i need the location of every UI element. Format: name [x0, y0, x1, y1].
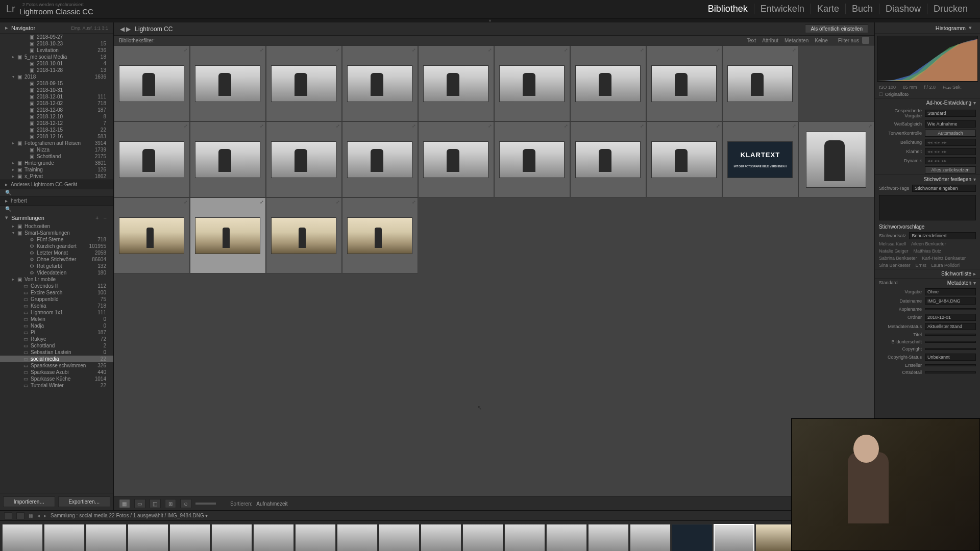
grid-cell[interactable]: ⤢: [266, 197, 342, 273]
folder-row[interactable]: ▸▣Training126: [0, 166, 113, 173]
filmstrip-thumb[interactable]: [2, 524, 43, 552]
collection-row[interactable]: ▭Tutorial Winter22: [0, 382, 113, 389]
copyright-field[interactable]: [925, 348, 976, 350]
navigator-header[interactable]: ▸ Navigator Einp. Ausf. 1:1 3:1: [0, 22, 113, 34]
folder-row[interactable]: ▣Schottland2175: [0, 153, 113, 160]
folder-row[interactable]: ▣Levitation236: [0, 47, 113, 54]
thumbnail[interactable]: [423, 65, 488, 102]
keyword-set-dropdown[interactable]: Benutzerdefiniert: [909, 232, 976, 239]
collection-row[interactable]: ▭Covendos II112: [0, 283, 113, 289]
keyword-suggestion[interactable]: Matthias Butz: [913, 248, 941, 254]
filmstrip-thumb[interactable]: [755, 524, 796, 552]
grid-view-icon[interactable]: ▦: [119, 499, 130, 508]
filmstrip-thumb[interactable]: [295, 524, 336, 552]
filter-preset[interactable]: Filter aus: [838, 38, 859, 43]
thumbnail[interactable]: [727, 65, 793, 102]
grid-cell[interactable]: ⤢: [114, 121, 190, 197]
thumbnail[interactable]: [271, 141, 336, 178]
grid-cell[interactable]: ⤢: [266, 45, 342, 121]
thumbnail[interactable]: [347, 65, 412, 102]
grid-cell[interactable]: ⤢: [266, 121, 342, 197]
grid-cell[interactable]: KLARTEXTMIT DER FOTOGRAFIE GELD VERDIENE…: [722, 121, 798, 197]
folder-row[interactable]: ▣2018-11-2813: [0, 67, 113, 73]
quick-develop-header[interactable]: Ad-hoc-Entwicklung▾: [875, 98, 980, 107]
module-diashow[interactable]: Diashow: [879, 4, 927, 14]
keyword-suggestion[interactable]: Natalie Geiger: [879, 248, 909, 254]
filmstrip-thumb[interactable]: [504, 524, 545, 552]
filter-tab[interactable]: Metadaten: [785, 38, 808, 43]
vibrance-steppers[interactable]: ◂◂ ◂ ▸ ▸▸: [925, 157, 976, 164]
meta-title-field[interactable]: [925, 334, 976, 336]
collection-row[interactable]: ⚙Rot gefärbt132: [0, 263, 113, 269]
grid-cell[interactable]: ⤢: [798, 121, 874, 197]
loupe-view-icon[interactable]: ▭: [134, 499, 145, 508]
folder-row[interactable]: ▣2018-12-127: [0, 120, 113, 127]
collections-add-icon[interactable]: + −: [95, 215, 108, 221]
collection-row[interactable]: ▭Gruppenbild75: [0, 296, 113, 303]
wb-dropdown[interactable]: Wie Aufnahme: [925, 120, 976, 128]
filmstrip-thumb[interactable]: [379, 524, 420, 552]
filter-tab[interactable]: Keine: [815, 38, 828, 43]
keyword-suggestion[interactable]: Sina Benkaeter: [879, 263, 911, 268]
clarity-steppers[interactable]: ◂◂ ◂ ▸ ▸▸: [925, 148, 976, 155]
collection-row[interactable]: ▭Sebastian Lastein0: [0, 349, 113, 356]
thumbnail[interactable]: KLARTEXTMIT DER FOTOGRAFIE GELD VERDIENE…: [727, 141, 793, 178]
keyword-input[interactable]: [879, 195, 976, 220]
folder-row[interactable]: ▣2018-09-15: [0, 80, 113, 87]
grid-cell[interactable]: ⤢: [342, 45, 418, 121]
thumbnail[interactable]: [651, 65, 717, 102]
grid-cell[interactable]: ⤢: [646, 121, 722, 197]
survey-view-icon[interactable]: ⊞: [165, 499, 176, 508]
folder-row[interactable]: ▣2018-10-2315: [0, 40, 113, 47]
module-karte[interactable]: Karte: [811, 4, 846, 14]
thumbnail[interactable]: [119, 141, 184, 178]
people-view-icon[interactable]: ☺: [180, 499, 191, 508]
thumbnail[interactable]: [119, 217, 184, 254]
folder-row[interactable]: ▣Nizza1739: [0, 146, 113, 153]
grid-cell[interactable]: ⤢: [190, 45, 266, 121]
metadata-header[interactable]: Standard Metadaten▾: [875, 278, 980, 287]
filmstrip-thumb[interactable]: [672, 524, 713, 552]
filmstrip-thumb[interactable]: [253, 524, 294, 552]
collection-row[interactable]: ⚙Videodateien180: [0, 269, 113, 276]
folder-row[interactable]: ▣2018-12-01111: [0, 93, 113, 100]
thumbnail[interactable]: [806, 132, 866, 188]
folder-row[interactable]: ▣2018-10-014: [0, 60, 113, 67]
copystatus-dropdown[interactable]: Unbekannt: [925, 354, 976, 361]
keyword-suggestion[interactable]: Aileen Benkaeter: [911, 241, 946, 246]
folder-row[interactable]: ▸▣x_Privat1862: [0, 173, 113, 180]
forward-icon[interactable]: ▸: [44, 513, 46, 518]
collection-row[interactable]: ⚙Kürzlich geändert101955: [0, 243, 113, 249]
secondary-monitor-icon[interactable]: [16, 512, 24, 519]
keyword-suggestion[interactable]: Laura Polidori: [932, 263, 960, 268]
collection-row[interactable]: ⚙Fünf Sterne718: [0, 236, 113, 243]
collection-row[interactable]: ▭Spaarkasse schwimmen326: [0, 362, 113, 369]
module-drucken[interactable]: Drucken: [927, 4, 974, 14]
other-device-row[interactable]: ▸Anderes Lightroom CC-Gerät: [0, 180, 113, 189]
collection-row[interactable]: ▭Pi187: [0, 329, 113, 336]
folder-row[interactable]: ▣2018-12-02718: [0, 100, 113, 107]
creator-field[interactable]: [925, 364, 976, 366]
grid-cell[interactable]: ⤢: [494, 121, 570, 197]
painter-tool-icon[interactable]: [195, 503, 216, 505]
auto-tone-button[interactable]: Automatisch: [925, 130, 976, 137]
grid-cell[interactable]: ⤢: [570, 121, 646, 197]
keyword-suggestion[interactable]: Karl-Heinz Benkaeter: [922, 256, 966, 261]
grid-cell[interactable]: ⤢: [114, 197, 190, 273]
folder-row[interactable]: ▣2018-12-1522: [0, 127, 113, 133]
thumbnail[interactable]: [347, 217, 412, 254]
grid-cell[interactable]: ⤢: [570, 45, 646, 121]
collection-row[interactable]: ▭Schottland2: [0, 342, 113, 349]
collection-row[interactable]: ▭Sparkasse Küche1014: [0, 375, 113, 382]
copyname-field[interactable]: [925, 308, 976, 310]
device-search-row[interactable]: 🔍: [0, 189, 113, 196]
keyword-tags-dropdown[interactable]: Stichwörter eingeben: [912, 185, 976, 192]
collection-row[interactable]: ▸▣Hochzeiten: [0, 223, 113, 230]
back-icon[interactable]: ◂: [37, 513, 40, 518]
collection-row[interactable]: ▭social media22: [0, 356, 113, 362]
folder-row[interactable]: ▸▣5_me social Media18: [0, 54, 113, 60]
thumbnail[interactable]: [195, 141, 260, 178]
thumbnail-grid[interactable]: ↖ ⤢⤢⤢⤢⤢⤢⤢⤢⤢⤢⤢⤢⤢⤢⤢⤢⤢KLARTEXTMIT DER FOTOG…: [114, 45, 874, 496]
caption-field[interactable]: [925, 341, 976, 343]
thumbnail[interactable]: [575, 65, 641, 102]
